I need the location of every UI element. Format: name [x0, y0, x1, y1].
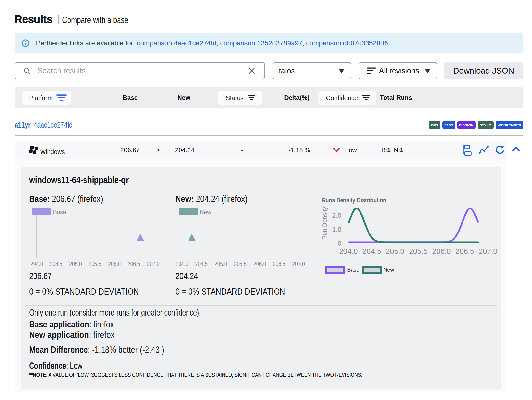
svg-text:204.0: 204.0: [339, 247, 358, 255]
svg-text:204.5: 204.5: [362, 247, 381, 255]
svg-text:206.0: 206.0: [432, 247, 451, 255]
svg-text:Run Density: Run Density: [321, 207, 328, 240]
svg-text:205.0: 205.0: [386, 247, 404, 255]
svg-text:206.5: 206.5: [455, 247, 474, 255]
svg-text:1.0: 1.0: [332, 226, 341, 233]
svg-text:0: 0: [338, 240, 341, 247]
svg-text:2.0: 2.0: [332, 212, 341, 219]
svg-text:207.0: 207.0: [479, 247, 497, 255]
svg-text:205.5: 205.5: [409, 247, 428, 255]
